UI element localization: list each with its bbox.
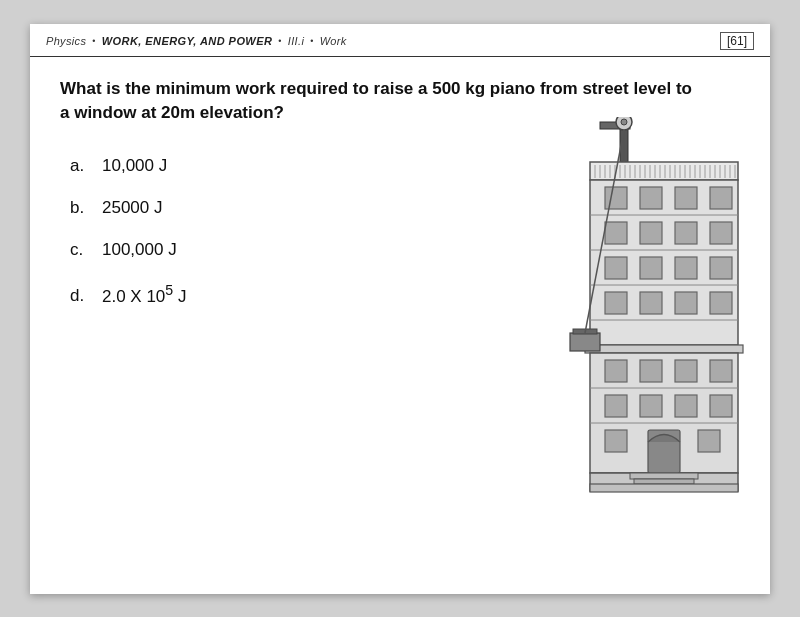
header-subsection: III.i: [288, 35, 304, 47]
header-bullet1: •: [92, 36, 95, 46]
header-bullet3: •: [310, 36, 313, 46]
answer-c-label: c.: [70, 240, 92, 260]
content: What is the minimum work required to rai…: [30, 57, 770, 585]
unit-m: m: [180, 103, 195, 122]
answer-b-label: b.: [70, 198, 92, 218]
svg-rect-70: [710, 395, 732, 417]
svg-rect-42: [675, 187, 697, 209]
svg-rect-67: [605, 395, 627, 417]
header-left: Physics • Work, Energy, and Power • III.…: [46, 35, 347, 47]
svg-rect-49: [640, 257, 662, 279]
svg-rect-65: [675, 360, 697, 382]
building-svg: [530, 117, 750, 497]
svg-rect-47: [710, 222, 732, 244]
svg-rect-64: [640, 360, 662, 382]
answer-d-label: d.: [70, 286, 92, 306]
svg-rect-55: [710, 292, 732, 314]
svg-rect-68: [640, 395, 662, 417]
svg-rect-76: [634, 479, 694, 484]
svg-rect-50: [675, 257, 697, 279]
svg-rect-56: [585, 345, 743, 353]
svg-rect-69: [675, 395, 697, 417]
header-bullet2: •: [278, 36, 281, 46]
answer-c-text: 100,000 J: [102, 240, 177, 260]
svg-rect-54: [675, 292, 697, 314]
svg-rect-43: [710, 187, 732, 209]
svg-point-3: [621, 119, 627, 125]
svg-rect-41: [640, 187, 662, 209]
svg-rect-75: [630, 473, 698, 479]
svg-rect-74: [698, 430, 720, 452]
building-illustration: [530, 117, 750, 497]
svg-rect-63: [605, 360, 627, 382]
svg-rect-48: [605, 257, 627, 279]
svg-rect-66: [710, 360, 732, 382]
svg-rect-40: [605, 187, 627, 209]
answer-d-text: 2.0 X 105 J: [102, 282, 186, 307]
svg-rect-57: [570, 333, 600, 351]
svg-rect-77: [590, 484, 738, 492]
answer-b-text: 25000 J: [102, 198, 163, 218]
svg-rect-73: [605, 430, 627, 452]
svg-rect-51: [710, 257, 732, 279]
svg-rect-5: [590, 162, 738, 180]
answer-a-text: 10,000 J: [102, 156, 167, 176]
unit-kg: kg: [465, 79, 485, 98]
header-work: Work: [320, 35, 347, 47]
header-physics: Physics: [46, 35, 86, 47]
svg-rect-45: [640, 222, 662, 244]
svg-rect-46: [675, 222, 697, 244]
svg-rect-44: [605, 222, 627, 244]
header: Physics • Work, Energy, and Power • III.…: [30, 24, 770, 57]
svg-rect-53: [640, 292, 662, 314]
page: Physics • Work, Energy, and Power • III.…: [30, 24, 770, 594]
answer-a-label: a.: [70, 156, 92, 176]
svg-rect-52: [605, 292, 627, 314]
page-number: [61]: [720, 32, 754, 50]
header-section: Work, Energy, and Power: [102, 35, 273, 47]
